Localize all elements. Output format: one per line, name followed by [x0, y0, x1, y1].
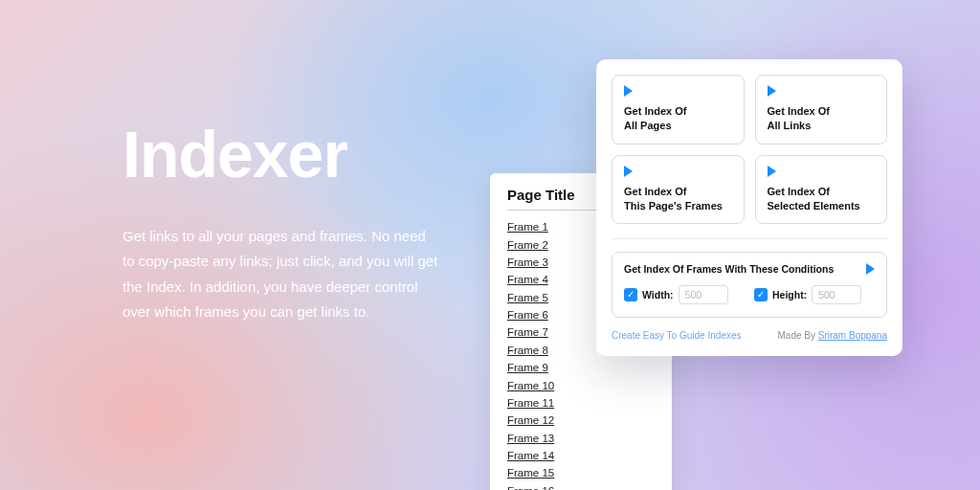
height-checkbox[interactable]: ✓	[754, 288, 768, 301]
height-field: ✓ Height:	[754, 285, 875, 304]
conditions-title: Get Index Of Frames With These Condition…	[624, 263, 834, 275]
conditions-header[interactable]: Get Index Of Frames With These Condition…	[624, 263, 875, 275]
conditions-row: ✓ Width: ✓ Height:	[624, 285, 875, 304]
play-icon	[866, 263, 875, 275]
hero-subtitle: Get links to all your pages and frames. …	[122, 224, 438, 324]
action-button[interactable]: Get Index OfSelected Elements	[755, 155, 888, 225]
action-grid: Get Index OfAll PagesGet Index OfAll Lin…	[612, 75, 887, 224]
frame-link[interactable]: Frame 13	[507, 430, 655, 447]
hero: Indexer Get links to all your pages and …	[122, 117, 438, 324]
play-icon	[768, 85, 776, 97]
play-icon	[624, 166, 633, 177]
width-input[interactable]	[679, 285, 728, 304]
height-input[interactable]	[812, 285, 861, 304]
frame-link[interactable]: Frame 11	[507, 394, 655, 412]
action-button[interactable]: Get Index OfAll Links	[755, 75, 888, 145]
action-label: Get Index OfAll Links	[768, 104, 876, 133]
footer-credit: Made By Sriram Boppana	[777, 330, 887, 341]
frame-link[interactable]: Frame 14	[507, 447, 655, 464]
action-label: Get Index OfThis Page's Frames	[624, 185, 732, 213]
height-label: Height:	[772, 289, 807, 301]
frame-link[interactable]: Frame 12	[507, 412, 655, 429]
play-icon	[624, 85, 633, 97]
action-label: Get Index OfAll Pages	[624, 104, 732, 133]
width-label: Width:	[642, 289, 674, 301]
frame-link[interactable]: Frame 16	[507, 482, 655, 490]
footer-tagline: Create Easy To Guide Indexes	[612, 330, 741, 341]
width-checkbox[interactable]: ✓	[624, 288, 637, 301]
hero-title: Indexer	[122, 117, 438, 191]
card-footer: Create Easy To Guide Indexes Made By Sri…	[612, 330, 887, 341]
width-field: ✓ Width:	[624, 285, 745, 304]
play-icon	[768, 166, 776, 177]
frame-link[interactable]: Frame 9	[507, 359, 655, 376]
frame-link[interactable]: Frame 15	[507, 464, 655, 481]
divider	[612, 238, 887, 239]
action-button[interactable]: Get Index OfThis Page's Frames	[612, 155, 745, 225]
action-label: Get Index OfSelected Elements	[768, 185, 876, 213]
frame-link[interactable]: Frame 10	[507, 376, 655, 393]
conditions-box: Get Index Of Frames With These Condition…	[612, 252, 887, 318]
action-button[interactable]: Get Index OfAll Pages	[612, 75, 745, 145]
author-link[interactable]: Sriram Boppana	[818, 330, 887, 341]
plugin-card: Get Index OfAll PagesGet Index OfAll Lin…	[596, 59, 902, 356]
made-by-prefix: Made By	[777, 330, 817, 341]
